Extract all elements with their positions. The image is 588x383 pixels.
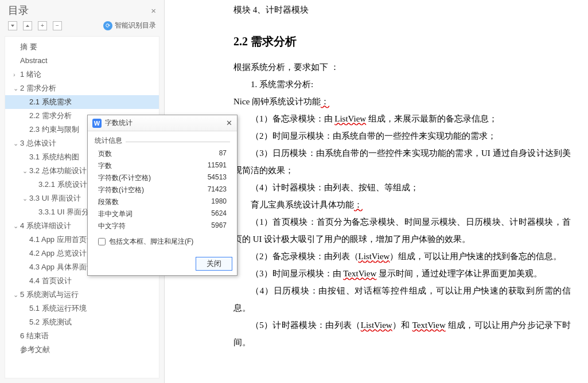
toc-minus-icon[interactable]: − bbox=[53, 21, 62, 30]
stat-label: 段落数 bbox=[98, 197, 119, 207]
include-textbox-input[interactable] bbox=[98, 238, 106, 245]
toc-item-label: 4.4 首页设计 bbox=[29, 275, 72, 287]
toc-item-label: 参考文献 bbox=[20, 344, 50, 355]
word-count-dialog: W 字数统计 ✕ 统计信息 页数87字数11591字符数(不计空格)54513字… bbox=[87, 115, 237, 276]
doc-p-1: 1. 系统需求分析: bbox=[233, 76, 571, 93]
doc-intro: 根据系统分析，要求如下 ： bbox=[233, 58, 571, 76]
sidebar-toolbar: + − ⟳ 智能识别目录 bbox=[0, 18, 164, 34]
stat-value: 1980 bbox=[211, 197, 227, 207]
doc-line-prev: 模块 4、计时器模块 bbox=[233, 1, 571, 18]
smart-toc-label: 智能识别目录 bbox=[115, 21, 156, 30]
toc-item-label: 1 绪论 bbox=[20, 69, 41, 80]
wps-app-icon: W bbox=[92, 119, 102, 128]
toc-item-label: 4.3 App 具体界面设 bbox=[29, 261, 94, 273]
stat-row-6: 中文字符5967 bbox=[95, 220, 230, 232]
toc-item-19[interactable]: 5.1 系统运行环境 bbox=[5, 302, 159, 315]
stat-label: 非中文单词 bbox=[98, 209, 133, 219]
dialog-close-button[interactable]: 关闭 bbox=[196, 257, 232, 271]
collapse-all-icon[interactable] bbox=[23, 21, 32, 30]
include-textbox-label: 包括文本框、脚注和尾注(F) bbox=[109, 237, 193, 247]
toc-item-label: 2 需求分析 bbox=[20, 83, 56, 94]
stat-label: 字符数(不计空格) bbox=[98, 173, 151, 183]
dialog-titlebar[interactable]: W 字数统计 ✕ bbox=[88, 115, 237, 131]
sidebar-header: 目录 × bbox=[0, 0, 164, 18]
stat-value: 71423 bbox=[208, 185, 227, 195]
toc-item-label: 2.1 系统需求 bbox=[29, 96, 72, 108]
toc-item-label: 2.2 需求分析 bbox=[29, 110, 72, 122]
stat-value: 5967 bbox=[211, 221, 227, 231]
toc-item-17[interactable]: 4.4 首页设计 bbox=[5, 274, 159, 288]
toc-item-label: 4.1 App 应用首页设 bbox=[29, 234, 94, 245]
toc-item-1[interactable]: Abstract bbox=[5, 54, 159, 68]
stat-row-1: 字数11591 bbox=[95, 160, 230, 172]
toc-item-20[interactable]: 5.2 系统测试 bbox=[5, 315, 159, 329]
toc-item-label: 摘 要 bbox=[20, 41, 37, 53]
toc-item-label: 6 结束语 bbox=[20, 330, 49, 342]
toc-item-label: 5.2 系统测试 bbox=[29, 316, 72, 328]
chevron-down-icon: ⌄ bbox=[22, 193, 29, 204]
heading-2-2: 2.2 需求分析 bbox=[233, 30, 571, 53]
doc-li-4: （4）计时器模块：由列表、按钮、等组成； bbox=[233, 179, 571, 196]
stat-label: 字数 bbox=[98, 161, 112, 171]
stats-table: 页数87字数11591字符数(不计空格)54513字符数(计空格)71423段落… bbox=[95, 148, 230, 232]
stat-label: 页数 bbox=[98, 149, 112, 159]
toc-item-0[interactable]: 摘 要 bbox=[5, 40, 159, 54]
stat-value: 87 bbox=[219, 149, 227, 159]
toc-item-label: 4.2 App 总览设计 bbox=[29, 248, 87, 259]
doc-sl-1: （1）首页模块：首页分为备忘录模块、时间显示模块、日历模块、计时器模块，首页的 … bbox=[233, 213, 571, 248]
doc-subhead: 育儿宝典系统设计具体功能： bbox=[233, 196, 571, 213]
toc-item-label: 3.1 系统结构图 bbox=[29, 151, 79, 163]
stat-row-2: 字符数(不计空格)54513 bbox=[95, 172, 230, 184]
expand-all-icon[interactable] bbox=[8, 21, 17, 30]
doc-sl-2: （2）备忘录模块：由列表（ListView）组成，可以让用户快速的找到备忘的信息… bbox=[233, 248, 571, 265]
stat-row-0: 页数87 bbox=[95, 148, 230, 160]
sidebar-title: 目录 bbox=[8, 3, 29, 17]
toc-item-21[interactable]: 6 结束语 bbox=[5, 329, 159, 343]
doc-li-2: （2）时间显示模块：由系统自带的一些控件来实现功能的需求； bbox=[233, 127, 571, 144]
doc-sl-3: （3）时间显示模块：由 TextView 显示时间，通过处理字体让界面更加美观。 bbox=[233, 265, 571, 282]
stat-row-4: 段落数1980 bbox=[95, 196, 230, 208]
chevron-down-icon: ⌄ bbox=[13, 289, 20, 300]
doc-sl-4: （4）日历模块：由按钮、对话框等控件组成，可以让用户快速的获取到所需的信息。 bbox=[233, 282, 571, 316]
stat-row-5: 非中文单词5624 bbox=[95, 208, 230, 220]
toc-item-label: 5.1 系统运行环境 bbox=[29, 303, 87, 314]
chevron-right-icon: › bbox=[13, 69, 20, 80]
chevron-down-icon: ⌄ bbox=[22, 165, 29, 177]
smart-toc-button[interactable]: ⟳ 智能识别目录 bbox=[103, 21, 156, 30]
doc-li-1: （1）备忘录模块：由 ListView 组成，来展示最新的备忘录信息； bbox=[233, 110, 571, 127]
stat-value: 54513 bbox=[208, 173, 227, 183]
stats-section-label: 统计信息 bbox=[95, 136, 122, 146]
toc-item-label: 3 总体设计 bbox=[20, 138, 56, 149]
toc-item-4[interactable]: 2.1 系统需求 bbox=[5, 95, 159, 109]
toc-item-18[interactable]: ⌄5 系统测试与运行 bbox=[5, 288, 159, 302]
close-icon[interactable]: × bbox=[151, 6, 156, 15]
stat-value: 5624 bbox=[211, 209, 227, 219]
toc-item-label: 3.3 UI 界面设计 bbox=[29, 193, 81, 204]
stat-label: 字符数(计空格) bbox=[98, 185, 144, 195]
toc-item-label: 3.2 总体功能设计 bbox=[29, 165, 87, 177]
stat-value: 11591 bbox=[208, 161, 227, 171]
chevron-down-icon: ⌄ bbox=[13, 220, 20, 232]
doc-li-3: （3）日历模块：由系统自带的一些控件来实现功能的需求，UI 通过自身设计达到美观… bbox=[233, 144, 571, 179]
toc-item-2[interactable]: ›1 绪论 bbox=[5, 68, 159, 81]
include-textbox-checkbox[interactable]: 包括文本框、脚注和尾注(F) bbox=[95, 232, 230, 248]
toc-plus-icon[interactable]: + bbox=[38, 21, 47, 30]
toc-item-label: 2.3 约束与限制 bbox=[29, 124, 79, 135]
chevron-down-icon: ⌄ bbox=[13, 138, 20, 149]
toc-item-22[interactable]: 参考文献 bbox=[5, 343, 159, 357]
smart-toc-icon: ⟳ bbox=[103, 21, 112, 30]
toc-item-3[interactable]: ⌄2 需求分析 bbox=[5, 81, 159, 95]
chevron-down-icon: ⌄ bbox=[13, 83, 20, 94]
dialog-title-text: 字数统计 bbox=[105, 118, 133, 128]
toc-item-label: 5 系统测试与运行 bbox=[20, 289, 79, 300]
toc-item-label: 3.2.1 系统设计目 bbox=[38, 179, 95, 190]
stat-label: 中文字符 bbox=[98, 221, 126, 231]
toc-item-label: Abstract bbox=[20, 55, 48, 67]
doc-sl-5: （5）计时器模块：由列表（ListView）和 TextView 组成，可以让用… bbox=[233, 316, 571, 351]
dialog-close-icon[interactable]: ✕ bbox=[226, 119, 232, 127]
toc-item-label: 4 系统详细设计 bbox=[20, 220, 71, 232]
stat-row-3: 字符数(计空格)71423 bbox=[95, 184, 230, 196]
doc-nice-line: Nice 闹钟系统设计功能： bbox=[233, 93, 571, 110]
